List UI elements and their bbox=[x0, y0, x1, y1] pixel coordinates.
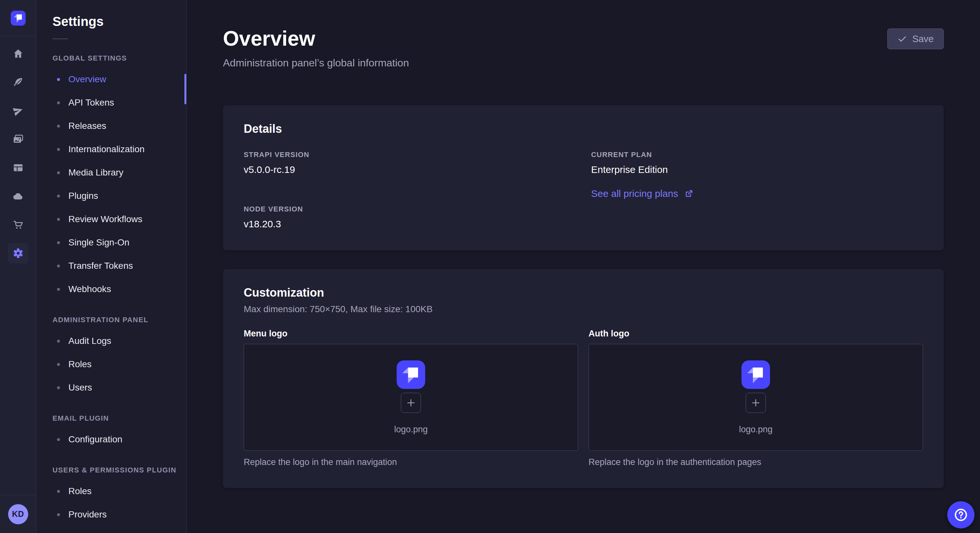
auth-logo-preview-icon bbox=[741, 360, 770, 389]
home-icon[interactable] bbox=[11, 47, 25, 61]
question-mark-icon bbox=[953, 507, 969, 523]
section-label-users-permissions-plugin: USERS & PERMISSIONS PLUGIN bbox=[52, 466, 186, 474]
external-link-icon bbox=[684, 189, 694, 198]
subnav-item-api-tokens[interactable]: API Tokens bbox=[52, 91, 186, 114]
bullet-icon bbox=[57, 386, 60, 389]
subnav-item-email-configuration[interactable]: Configuration bbox=[52, 428, 186, 451]
subnav-item-admin-roles[interactable]: Roles bbox=[52, 353, 186, 376]
subnav-item-label: Transfer Tokens bbox=[68, 261, 133, 271]
media-library-icon[interactable] bbox=[11, 132, 25, 146]
current-plan-value: Enterprise Edition bbox=[591, 164, 923, 175]
nav-list-global-settings: Overview API Tokens Releases Internation… bbox=[52, 68, 186, 301]
subnav-item-single-sign-on[interactable]: Single Sign-On bbox=[52, 231, 186, 254]
subnav-item-label: Review Workflows bbox=[68, 214, 142, 224]
bullet-icon bbox=[57, 195, 60, 198]
auth-logo-hint: Replace the logo in the authentication p… bbox=[589, 457, 923, 467]
bullet-icon bbox=[57, 218, 60, 221]
details-left-column: STRAPI VERSION v5.0.0-rc.19 NODE VERSION… bbox=[244, 151, 576, 230]
see-all-pricing-plans-link[interactable]: See all pricing plans bbox=[591, 188, 694, 199]
customization-card-title: Customization bbox=[244, 286, 923, 300]
section-label-administration-panel: ADMINISTRATION PANEL bbox=[52, 316, 186, 324]
auth-logo-field: Auth logo logo.png Replace the logo in t… bbox=[589, 329, 923, 467]
bullet-icon bbox=[57, 78, 60, 81]
subnav-item-label: API Tokens bbox=[68, 97, 114, 108]
menu-logo-filename: logo.png bbox=[394, 425, 428, 435]
subnav-item-transfer-tokens[interactable]: Transfer Tokens bbox=[52, 254, 186, 278]
subnav-scrollbar-thumb[interactable] bbox=[185, 74, 186, 104]
bullet-icon bbox=[57, 513, 60, 516]
subnav-item-releases[interactable]: Releases bbox=[52, 114, 186, 138]
subnav-divider bbox=[52, 38, 68, 39]
strapi-admin-screen: KD Settings GLOBAL SETTINGS Overview API… bbox=[0, 0, 980, 533]
auth-logo-label: Auth logo bbox=[589, 329, 923, 339]
auth-logo-dropzone[interactable]: logo.png bbox=[589, 344, 923, 451]
subnav-item-webhooks[interactable]: Webhooks bbox=[52, 278, 186, 301]
help-button[interactable] bbox=[947, 501, 975, 528]
details-grid: STRAPI VERSION v5.0.0-rc.19 NODE VERSION… bbox=[244, 151, 923, 230]
plus-icon bbox=[750, 397, 761, 408]
settings-gear-icon[interactable] bbox=[8, 243, 29, 263]
strapi-version-field: STRAPI VERSION v5.0.0-rc.19 bbox=[244, 151, 576, 175]
auth-logo-add-button[interactable] bbox=[746, 393, 766, 413]
subnav-item-up-providers[interactable]: Providers bbox=[52, 503, 186, 526]
auth-logo-filename: logo.png bbox=[739, 425, 773, 435]
subnav-item-up-roles[interactable]: Roles bbox=[52, 479, 186, 503]
subnav-item-overview[interactable]: Overview bbox=[52, 68, 186, 91]
section-label-email-plugin: EMAIL PLUGIN bbox=[52, 414, 186, 423]
strapi-version-label: STRAPI VERSION bbox=[244, 151, 576, 159]
subnav-item-review-workflows[interactable]: Review Workflows bbox=[52, 208, 186, 231]
content-type-builder-icon[interactable] bbox=[11, 160, 25, 175]
bullet-icon bbox=[57, 339, 60, 343]
menu-logo-label: Menu logo bbox=[244, 329, 578, 339]
customization-card: Customization Max dimension: 750×750, Ma… bbox=[223, 269, 944, 488]
subnav-item-label: Users bbox=[68, 382, 92, 393]
subnav-item-plugins[interactable]: Plugins bbox=[52, 184, 186, 208]
node-version-label: NODE VERSION bbox=[244, 205, 576, 213]
user-avatar[interactable]: KD bbox=[8, 504, 28, 524]
subnav-item-admin-users[interactable]: Users bbox=[52, 376, 186, 399]
subnav-item-internationalization[interactable]: Internationalization bbox=[52, 138, 186, 161]
current-plan-label: CURRENT PLAN bbox=[591, 151, 923, 159]
menu-logo-hint: Replace the logo in the main navigation bbox=[244, 457, 578, 467]
bullet-icon bbox=[57, 125, 60, 128]
subnav-item-media-library[interactable]: Media Library bbox=[52, 161, 186, 184]
main-sidebar: KD bbox=[0, 0, 36, 533]
customization-card-subtitle: Max dimension: 750×750, Max file size: 1… bbox=[244, 304, 923, 314]
menu-logo-field: Menu logo logo.png Replace the logo in t… bbox=[244, 329, 578, 467]
page-title: Overview bbox=[223, 27, 409, 50]
menu-logo-preview-icon bbox=[397, 360, 425, 389]
page-subtitle: Administration panel’s global informatio… bbox=[223, 57, 409, 69]
section-label-global-settings: GLOBAL SETTINGS bbox=[52, 54, 186, 62]
strapi-home-logo[interactable] bbox=[0, 0, 36, 36]
pricing-link-label: See all pricing plans bbox=[591, 188, 678, 199]
plus-icon bbox=[406, 397, 417, 408]
subnav-item-label: Providers bbox=[68, 509, 107, 520]
bullet-icon bbox=[57, 490, 60, 493]
save-button[interactable]: Save bbox=[887, 29, 944, 49]
logo-uploads-grid: Menu logo logo.png Replace the logo in t… bbox=[244, 329, 923, 467]
menu-logo-dropzone[interactable]: logo.png bbox=[244, 344, 578, 451]
main-content: Overview Administration panel’s global i… bbox=[187, 0, 980, 533]
menu-logo-add-button[interactable] bbox=[401, 393, 421, 413]
marketplace-cart-icon[interactable] bbox=[11, 217, 25, 232]
sidebar-icon-nav bbox=[8, 36, 29, 495]
content-manager-icon[interactable] bbox=[11, 75, 25, 89]
subnav-item-label: Roles bbox=[68, 486, 92, 497]
strapi-logo-icon bbox=[11, 11, 25, 25]
subnav-item-label: Releases bbox=[68, 121, 106, 131]
nav-list-email-plugin: Configuration bbox=[52, 428, 186, 451]
releases-icon[interactable] bbox=[11, 104, 25, 118]
subnav-item-label: Webhooks bbox=[68, 284, 111, 294]
nav-list-administration-panel: Audit Logs Roles Users bbox=[52, 329, 186, 399]
details-card: Details STRAPI VERSION v5.0.0-rc.19 NODE… bbox=[223, 105, 944, 250]
subnav-item-label: Media Library bbox=[68, 167, 124, 178]
bullet-icon bbox=[57, 241, 60, 244]
check-icon bbox=[897, 34, 907, 44]
subnav-title: Settings bbox=[52, 14, 186, 29]
subnav-item-audit-logs[interactable]: Audit Logs bbox=[52, 329, 186, 353]
bullet-icon bbox=[57, 171, 60, 174]
deploy-cloud-icon[interactable] bbox=[11, 189, 25, 203]
subnav-item-label: Roles bbox=[68, 359, 92, 370]
user-section: KD bbox=[0, 495, 36, 533]
node-version-value: v18.20.3 bbox=[244, 219, 576, 230]
